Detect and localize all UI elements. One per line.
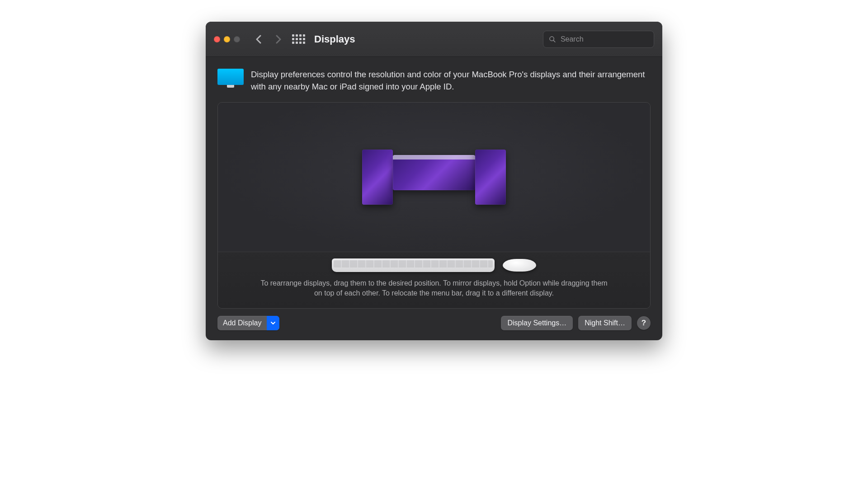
search-input[interactable] <box>561 35 648 43</box>
display-icon <box>217 69 244 89</box>
grid-icon <box>292 34 305 44</box>
close-button[interactable] <box>214 36 220 42</box>
chevron-down-icon <box>270 320 276 326</box>
show-all-button[interactable] <box>292 33 305 46</box>
arrangement-hint: To rearrange displays, drag them to the … <box>258 278 610 299</box>
add-display-label: Add Display <box>217 319 267 327</box>
titlebar: Displays <box>206 22 662 57</box>
add-display-button[interactable]: Add Display <box>217 316 279 330</box>
svg-line-1 <box>553 40 555 42</box>
help-button[interactable]: ? <box>637 316 651 330</box>
forward-button[interactable] <box>272 33 285 46</box>
display-layout <box>362 150 506 205</box>
chevron-right-icon <box>275 35 282 44</box>
display-main[interactable] <box>393 155 475 190</box>
add-display-menu-caret[interactable] <box>267 316 279 330</box>
intro-row: Display preferences control the resoluti… <box>217 69 651 93</box>
footer-buttons: Add Display Display Settings… Night Shif… <box>217 316 651 330</box>
menubar-indicator[interactable] <box>393 155 475 160</box>
minimize-button[interactable] <box>224 36 230 42</box>
chevron-left-icon <box>255 35 262 44</box>
search-field[interactable] <box>543 31 654 48</box>
mouse-icon <box>503 259 536 272</box>
display-left[interactable] <box>362 150 393 205</box>
search-icon <box>549 35 556 43</box>
intro-text: Display preferences control the resoluti… <box>251 69 651 93</box>
keyboard-icon <box>332 258 495 272</box>
arrangement-footer: To rearrange displays, drag them to the … <box>218 252 650 309</box>
zoom-button <box>234 36 240 42</box>
back-button[interactable] <box>252 33 265 46</box>
night-shift-button[interactable]: Night Shift… <box>578 316 632 330</box>
page-title: Displays <box>314 33 355 45</box>
arrangement-area[interactable] <box>218 103 650 252</box>
peripherals <box>231 258 637 272</box>
arrangement-box: To rearrange displays, drag them to the … <box>217 102 651 309</box>
window-controls <box>214 36 240 42</box>
display-right[interactable] <box>475 150 506 205</box>
display-settings-button[interactable]: Display Settings… <box>501 316 573 330</box>
system-preferences-window: Displays Display preferences control the… <box>206 22 662 340</box>
pane-body: Display preferences control the resoluti… <box>206 57 662 340</box>
